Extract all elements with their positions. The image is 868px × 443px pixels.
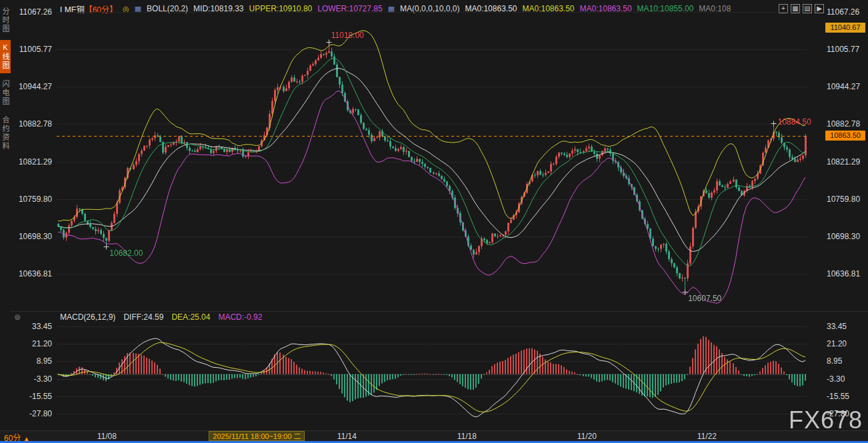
price-axis-tick: 10944.27 bbox=[9, 82, 52, 91]
price-axis-tick: 11067.26 bbox=[827, 7, 867, 17]
price-axis-tick: 10759.80 bbox=[827, 195, 867, 204]
macd-axis-tick: -27.80 bbox=[9, 409, 52, 418]
macd-axis-tick: 33.45 bbox=[9, 322, 52, 331]
trading-app-window: 分时图K线图闪电图合约资料 LME铜 【60分】 ◎ ▦ BOLL(20,2) … bbox=[0, 0, 868, 443]
macd-chart-canvas[interactable] bbox=[57, 322, 807, 426]
tab-contract-info[interactable]: 合约资料 bbox=[0, 113, 11, 154]
macd-axis-tick: 8.95 bbox=[827, 356, 867, 366]
macd-axis-tick: -3.30 bbox=[9, 374, 52, 384]
macd-axis-tick: -3.30 bbox=[827, 374, 867, 384]
chart-annotation: 10682.00 bbox=[109, 248, 143, 258]
price-axis-tick: 10636.81 bbox=[827, 269, 867, 278]
macd-axis-tick: 8.95 bbox=[9, 356, 52, 366]
price-axis-tick: 10882.78 bbox=[827, 119, 867, 129]
time-axis-label: 11/22 bbox=[697, 432, 717, 441]
chart-annotation: 10884.50 bbox=[778, 117, 811, 127]
time-axis-label: 11/20 bbox=[577, 432, 597, 441]
session-high-badge: 11040.67 bbox=[825, 23, 865, 33]
macd-header: ◎ MACD(26,12,9) DIFF:24.59 DEA:25.04 MAC… bbox=[11, 311, 868, 322]
price-axis-tick: 10698.30 bbox=[827, 232, 867, 241]
indicator-toggle-icon[interactable]: ◎ bbox=[15, 313, 21, 320]
chart-annotation: 11018.00 bbox=[331, 31, 364, 40]
macd-dea-value: DEA:25.04 bbox=[171, 312, 210, 322]
price-axis-tick: 10821.29 bbox=[9, 157, 52, 167]
macd-axis-tick: 21.20 bbox=[827, 339, 867, 348]
price-axis-tick: 11005.77 bbox=[827, 45, 867, 54]
full-screen-icon[interactable]: ▶ bbox=[815, 4, 824, 13]
macd-axis-tick: -15.55 bbox=[827, 392, 867, 401]
price-axis-tick: 11005.77 bbox=[9, 45, 52, 54]
macd-title: MACD(26,12,9) bbox=[60, 312, 115, 322]
time-axis-label: 11/08 bbox=[97, 432, 117, 441]
time-axis: 60分 ▲ 11/0811/1411/1811/2011/22 2025/11/… bbox=[0, 430, 868, 441]
price-axis-tick: 11067.26 bbox=[9, 7, 52, 17]
last-price-badge: 10863.50 bbox=[825, 131, 865, 141]
time-axis-label: 11/18 bbox=[457, 432, 477, 441]
price-axis-tick: 10698.30 bbox=[9, 232, 52, 241]
price-axis-tick: 10759.80 bbox=[9, 195, 52, 204]
chart-annotation: 10607.50 bbox=[688, 294, 721, 303]
watermark: FX678 bbox=[789, 406, 863, 434]
price-axis-tick: 10636.81 bbox=[9, 269, 52, 278]
price-axis-tick: 10821.29 bbox=[827, 157, 867, 167]
macd-macd-value: MACD:-0.92 bbox=[218, 312, 262, 322]
macd-axis-tick: 21.20 bbox=[9, 339, 52, 348]
price-axis-tick: 10882.78 bbox=[9, 119, 52, 129]
time-axis-label: 11/14 bbox=[337, 432, 357, 441]
macd-axis-tick: -15.55 bbox=[9, 392, 52, 401]
crosshair-date: 2025/11/11 18:00~19:00 二 bbox=[209, 431, 305, 441]
price-axis-tick: 10944.27 bbox=[827, 82, 867, 91]
macd-diff-value: DIFF:24.59 bbox=[123, 312, 163, 322]
price-chart-canvas[interactable] bbox=[57, 9, 807, 308]
macd-axis-tick: 33.45 bbox=[827, 322, 867, 331]
sidebar: 分时图K线图闪电图合约资料 bbox=[0, 0, 11, 432]
